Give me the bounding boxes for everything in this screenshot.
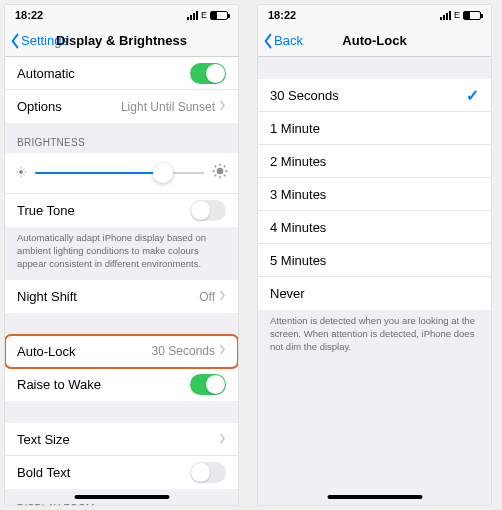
status-right: E bbox=[187, 10, 228, 20]
chevron-right-icon bbox=[219, 100, 226, 114]
chevron-left-icon bbox=[262, 33, 274, 49]
automatic-toggle[interactable] bbox=[190, 63, 226, 84]
svg-point-9 bbox=[217, 168, 224, 175]
autolock-options: 30 Seconds✓1 Minute2 Minutes3 Minutes4 M… bbox=[258, 79, 491, 310]
option-label: Never bbox=[270, 286, 305, 301]
back-button[interactable]: Settings bbox=[5, 33, 68, 49]
check-icon: ✓ bbox=[466, 86, 479, 105]
autolock-label: Auto-Lock bbox=[17, 344, 76, 359]
automatic-label: Automatic bbox=[17, 66, 75, 81]
autolock-option[interactable]: 3 Minutes bbox=[258, 178, 491, 211]
back-button[interactable]: Back bbox=[258, 33, 303, 49]
svg-line-17 bbox=[224, 166, 225, 167]
chevron-right-icon bbox=[219, 290, 226, 304]
battery-icon bbox=[463, 11, 481, 20]
sun-small-icon bbox=[15, 164, 27, 182]
status-bar: 18:22 E bbox=[5, 5, 238, 25]
svg-line-8 bbox=[24, 168, 25, 169]
autolock-option[interactable]: Never bbox=[258, 277, 491, 310]
autolock-row[interactable]: Auto-Lock 30 Seconds bbox=[5, 335, 238, 368]
options-label: Options bbox=[17, 99, 62, 114]
raise-row[interactable]: Raise to Wake bbox=[5, 368, 238, 401]
textsize-row[interactable]: Text Size bbox=[5, 423, 238, 456]
chevron-right-icon bbox=[219, 344, 226, 358]
nav-bar: Back Auto-Lock bbox=[258, 25, 491, 57]
options-value: Light Until Sunset bbox=[121, 100, 215, 114]
textsize-label: Text Size bbox=[17, 432, 70, 447]
svg-line-16 bbox=[215, 175, 216, 176]
svg-point-0 bbox=[19, 170, 23, 174]
truetone-row[interactable]: True Tone bbox=[5, 194, 238, 227]
truetone-label: True Tone bbox=[17, 203, 75, 218]
autolock-option[interactable]: 5 Minutes bbox=[258, 244, 491, 277]
bold-label: Bold Text bbox=[17, 465, 70, 480]
home-indicator[interactable] bbox=[74, 495, 169, 499]
raise-toggle[interactable] bbox=[190, 374, 226, 395]
autolock-option[interactable]: 2 Minutes bbox=[258, 145, 491, 178]
chevron-right-icon bbox=[219, 432, 226, 447]
autolock-option[interactable]: 30 Seconds✓ bbox=[258, 79, 491, 112]
bold-row[interactable]: Bold Text bbox=[5, 456, 238, 489]
svg-line-5 bbox=[17, 168, 18, 169]
autolock-footer: Attention is detected when you are looki… bbox=[258, 310, 491, 363]
option-label: 1 Minute bbox=[270, 121, 320, 136]
chevron-left-icon bbox=[9, 33, 21, 49]
brightness-header: BRIGHTNESS bbox=[5, 123, 238, 153]
brightness-slider-row[interactable] bbox=[5, 153, 238, 194]
status-time: 18:22 bbox=[15, 9, 43, 21]
status-time: 18:22 bbox=[268, 9, 296, 21]
autolock-value: 30 Seconds bbox=[152, 344, 215, 358]
svg-line-15 bbox=[224, 175, 225, 176]
screen-autolock: 18:22 E Back Auto-Lock 30 Seconds✓1 Minu… bbox=[257, 4, 492, 506]
carrier-label: E bbox=[454, 10, 460, 20]
truetone-toggle[interactable] bbox=[190, 200, 226, 221]
svg-line-7 bbox=[17, 175, 18, 176]
raise-label: Raise to Wake bbox=[17, 377, 101, 392]
nightshift-row[interactable]: Night Shift Off bbox=[5, 280, 238, 313]
status-bar: 18:22 E bbox=[258, 5, 491, 25]
carrier-label: E bbox=[201, 10, 207, 20]
option-label: 3 Minutes bbox=[270, 187, 326, 202]
nightshift-label: Night Shift bbox=[17, 289, 77, 304]
back-label: Settings bbox=[21, 33, 68, 48]
signal-icon bbox=[187, 11, 198, 20]
svg-line-14 bbox=[215, 166, 216, 167]
signal-icon bbox=[440, 11, 451, 20]
autolock-option[interactable]: 4 Minutes bbox=[258, 211, 491, 244]
battery-icon bbox=[210, 11, 228, 20]
brightness-slider[interactable] bbox=[35, 172, 204, 174]
nightshift-value: Off bbox=[199, 290, 215, 304]
status-right: E bbox=[440, 10, 481, 20]
automatic-row[interactable]: Automatic bbox=[5, 57, 238, 90]
autolock-option[interactable]: 1 Minute bbox=[258, 112, 491, 145]
home-indicator[interactable] bbox=[327, 495, 422, 499]
options-row[interactable]: Options Light Until Sunset bbox=[5, 90, 238, 123]
option-label: 4 Minutes bbox=[270, 220, 326, 235]
option-label: 5 Minutes bbox=[270, 253, 326, 268]
sun-large-icon bbox=[212, 163, 228, 183]
svg-line-6 bbox=[24, 175, 25, 176]
screen-display-brightness: 18:22 E Settings Display & Brightness Au… bbox=[4, 4, 239, 506]
nav-bar: Settings Display & Brightness bbox=[5, 25, 238, 57]
option-label: 2 Minutes bbox=[270, 154, 326, 169]
bold-toggle[interactable] bbox=[190, 462, 226, 483]
option-label: 30 Seconds bbox=[270, 88, 339, 103]
truetone-footer: Automatically adapt iPhone display based… bbox=[5, 227, 238, 280]
back-label: Back bbox=[274, 33, 303, 48]
